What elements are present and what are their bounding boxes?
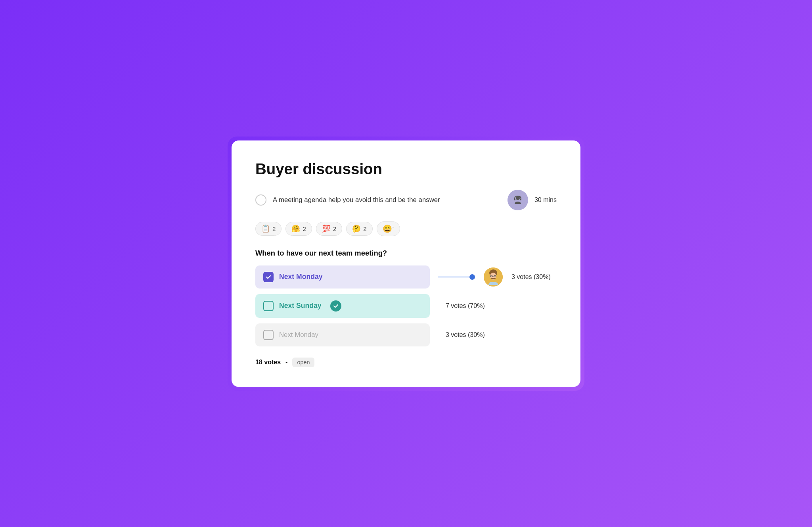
line-1 bbox=[438, 277, 469, 277]
dash: - bbox=[285, 359, 287, 366]
poll-footer: 18 votes - open bbox=[255, 358, 557, 367]
vote-count-3: 3 votes (30%) bbox=[446, 331, 493, 339]
poll-option-2[interactable]: Next Sunday bbox=[255, 294, 430, 318]
svg-rect-2 bbox=[514, 198, 515, 200]
reaction-copy-count: 2 bbox=[272, 225, 276, 232]
option-label-3: Next Monday bbox=[279, 331, 318, 339]
status-badge: open bbox=[292, 358, 314, 367]
svg-rect-3 bbox=[520, 198, 521, 200]
option-label-1: Next Monday bbox=[279, 273, 323, 281]
meeting-description: A meeting agenda help you avoid this and… bbox=[273, 196, 501, 204]
radio-unselected[interactable] bbox=[255, 194, 266, 206]
poll-option-row-3: Next Monday 3 votes (30%) bbox=[255, 323, 557, 346]
card: Buyer discussion A meeting agenda help y… bbox=[232, 140, 580, 387]
reaction-hug-count: 2 bbox=[303, 225, 306, 232]
meeting-row: A meeting agenda help you avoid this and… bbox=[255, 190, 557, 210]
hundred-emoji: 💯 bbox=[322, 225, 331, 233]
total-votes: 18 votes bbox=[255, 359, 281, 366]
reaction-hug[interactable]: 🤗 2 bbox=[285, 222, 312, 236]
poll-option-1[interactable]: Next Monday bbox=[255, 265, 430, 289]
poll-option-3[interactable]: Next Monday bbox=[255, 323, 430, 346]
outer-border: Buyer discussion A meeting agenda help y… bbox=[228, 137, 584, 391]
poll-options: Next Monday bbox=[255, 265, 557, 346]
duration-label: 30 mins bbox=[534, 196, 557, 204]
add-reaction-icon: 😄+ bbox=[383, 224, 395, 233]
checkbox-checked-blue[interactable] bbox=[263, 272, 274, 282]
vote-count-1: 3 votes (30%) bbox=[511, 273, 559, 281]
reaction-copy[interactable]: 📋 2 bbox=[255, 222, 282, 236]
reactions-row: 📋 2 🤗 2 💯 2 🤔 2 😄+ bbox=[255, 221, 557, 236]
poll-option-row-1: Next Monday bbox=[255, 265, 557, 289]
reaction-thinking[interactable]: 🤔 2 bbox=[346, 222, 372, 236]
checkbox-empty-teal[interactable] bbox=[263, 301, 274, 311]
copy-emoji: 📋 bbox=[261, 225, 270, 233]
reaction-hundred[interactable]: 💯 2 bbox=[316, 222, 342, 236]
avatar-user-1 bbox=[483, 267, 504, 287]
reaction-hundred-count: 2 bbox=[333, 225, 336, 232]
poll-question: When to have our next team meeting? bbox=[255, 249, 557, 258]
page-title: Buyer discussion bbox=[255, 160, 557, 178]
headset-icon bbox=[508, 190, 528, 210]
check-teal-icon bbox=[330, 300, 341, 312]
avatar-headset bbox=[508, 190, 528, 210]
poll-option-row-2: Next Sunday 7 votes (70%) bbox=[255, 294, 557, 318]
reaction-add-button[interactable]: 😄+ bbox=[377, 221, 400, 236]
option-label-2: Next Sunday bbox=[279, 302, 322, 310]
connector-1 bbox=[438, 274, 475, 280]
checkbox-empty-gray[interactable] bbox=[263, 330, 274, 340]
hug-emoji: 🤗 bbox=[291, 225, 300, 233]
vote-count-2: 7 votes (70%) bbox=[446, 302, 493, 310]
dot-1 bbox=[469, 274, 475, 280]
thinking-emoji: 🤔 bbox=[352, 225, 361, 233]
reaction-thinking-count: 2 bbox=[363, 225, 366, 232]
